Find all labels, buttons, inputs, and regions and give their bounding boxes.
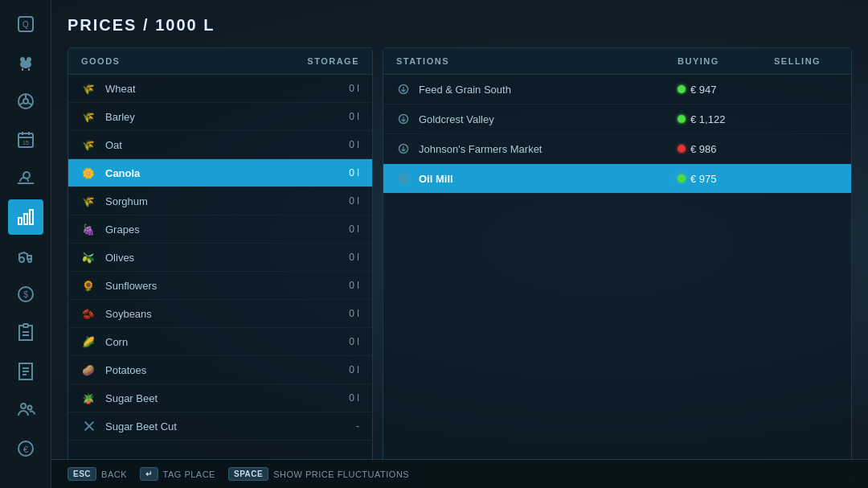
svg-rect-20: [30, 210, 33, 224]
goods-storage-8: 0 l: [335, 308, 359, 319]
panels: GOODS STORAGE 🌾 Wheat 0 l 🌾 Barley 0 l 🌾…: [68, 47, 852, 480]
goods-name-10: Potatoes: [105, 364, 335, 376]
goods-name-3: Canola: [105, 167, 335, 179]
col-station-header: STATIONS: [396, 56, 678, 66]
goods-storage-4: 0 l: [335, 195, 359, 207]
goods-name-6: Olives: [105, 252, 335, 264]
station-icon-2: [396, 141, 411, 156]
svg-text:🌻: 🌻: [82, 280, 95, 293]
svg-text:€: €: [23, 445, 27, 454]
goods-storage-11: 0 l: [335, 392, 359, 404]
goods-icon-8: 🫘: [81, 306, 97, 322]
goods-panel: GOODS STORAGE 🌾 Wheat 0 l 🌾 Barley 0 l 🌾…: [68, 47, 373, 480]
goods-icon-1: 🌾: [81, 109, 97, 125]
station-row[interactable]: Johnson's Farmers Market € 986: [383, 134, 851, 164]
station-status-dot-2: [678, 145, 686, 153]
svg-text:🌾: 🌾: [82, 111, 95, 124]
station-price-0: € 947: [690, 84, 717, 96]
goods-icon-2: 🌾: [81, 137, 97, 153]
esc-back-button[interactable]: ESC BACK: [68, 467, 127, 481]
goods-name-7: Sunflowers: [105, 280, 335, 292]
sidebar-item-notebook[interactable]: [8, 354, 43, 389]
station-icon-0: [396, 82, 411, 96]
sidebar-item-multiplayer[interactable]: [8, 392, 43, 428]
goods-name-5: Grapes: [105, 223, 335, 236]
station-row[interactable]: Goldcrest Valley € 1,122: [383, 105, 851, 134]
goods-row[interactable]: 🌼 Canola 0 l: [68, 159, 372, 187]
goods-row[interactable]: 🥔 Potatoes 0 l: [68, 356, 372, 384]
sidebar-item-tractor[interactable]: [8, 238, 43, 273]
goods-row[interactable]: 🌻 Sunflowers 0 l: [68, 272, 372, 300]
station-row[interactable]: Feed & Grain South € 947: [383, 75, 851, 105]
goods-row[interactable]: 🪴 Sugar Beet 0 l: [68, 384, 372, 412]
station-buying-1: € 1,122: [678, 113, 774, 125]
svg-text:🌾: 🌾: [82, 195, 95, 208]
sidebar-item-euro[interactable]: €: [8, 431, 43, 466]
stations-header: STATIONS BUYING SELLING: [383, 48, 851, 75]
sidebar-item-weather[interactable]: [8, 161, 43, 196]
svg-text:🌾: 🌾: [82, 83, 95, 96]
goods-icon-11: 🪴: [81, 390, 97, 406]
space-fluctuations-button[interactable]: SPACE SHOW PRICE FLUCTUATIONS: [228, 467, 409, 481]
goods-row[interactable]: 🫘 Soybeans 0 l: [68, 300, 372, 328]
goods-storage-10: 0 l: [335, 364, 359, 375]
goods-row[interactable]: Sugar Beet Cut -: [68, 412, 372, 441]
sidebar-item-contracts[interactable]: [8, 315, 43, 351]
goods-icon-7: 🌻: [81, 277, 97, 293]
sidebar-item-finances[interactable]: $: [8, 277, 43, 312]
sidebar: Q: [0, 0, 51, 488]
svg-rect-18: [18, 218, 22, 224]
goods-name-11: Sugar Beet: [105, 392, 335, 404]
tag-place-button[interactable]: ↵ TAG PLACE: [140, 467, 215, 481]
goods-storage-7: 0 l: [335, 280, 359, 291]
station-status-dot-0: [678, 85, 686, 93]
goods-storage-3: 0 l: [335, 167, 359, 178]
station-name-2: Johnson's Farmers Market: [419, 143, 678, 155]
station-icon-3: [396, 171, 411, 186]
svg-text:🪴: 🪴: [82, 392, 95, 405]
svg-point-31: [21, 404, 26, 408]
station-icon-1: [396, 112, 411, 126]
fluctuations-label: SHOW PRICE FLUCTUATIONS: [273, 470, 409, 479]
col-buying-header: BUYING: [678, 56, 774, 66]
page-title: PRICES / 1000 L: [68, 16, 852, 35]
goods-name-9: Corn: [105, 336, 335, 348]
goods-row[interactable]: 🍇 Grapes 0 l: [68, 215, 372, 244]
goods-row[interactable]: 🌾 Oat 0 l: [68, 131, 372, 159]
goods-icon-4: 🌾: [81, 193, 97, 209]
svg-rect-25: [23, 324, 28, 327]
svg-point-32: [27, 406, 31, 410]
goods-row[interactable]: 🫒 Olives 0 l: [68, 244, 372, 272]
goods-name-0: Wheat: [105, 83, 335, 95]
station-name-0: Feed & Grain South: [419, 84, 678, 96]
svg-point-8: [23, 99, 28, 104]
sidebar-item-stats[interactable]: [8, 199, 43, 235]
svg-text:🍇: 🍇: [82, 223, 95, 236]
goods-storage-1: 0 l: [335, 111, 359, 122]
goods-name-4: Sorghum: [105, 195, 335, 207]
col-selling-header: SELLING: [774, 56, 838, 66]
goods-row[interactable]: 🌾 Barley 0 l: [68, 103, 372, 131]
goods-row[interactable]: 🌽 Corn 0 l: [68, 328, 372, 356]
svg-text:Q: Q: [23, 20, 29, 29]
svg-point-3: [20, 57, 25, 62]
goods-row[interactable]: 🌾 Wheat 0 l: [68, 75, 372, 103]
svg-text:🫒: 🫒: [82, 252, 95, 265]
station-buying-3: € 975: [678, 173, 774, 185]
svg-rect-19: [24, 214, 27, 224]
station-row[interactable]: Oil Mill € 975: [383, 164, 851, 194]
sidebar-item-calendar[interactable]: 15: [8, 122, 43, 158]
stations-panel: STATIONS BUYING SELLING Feed & Grain Sou…: [383, 47, 852, 480]
svg-text:🥔: 🥔: [82, 364, 95, 377]
sidebar-item-steering[interactable]: [8, 84, 43, 119]
svg-text:15: 15: [23, 140, 29, 146]
sidebar-item-livestock[interactable]: [8, 45, 43, 80]
goods-storage-9: 0 l: [335, 336, 359, 347]
goods-storage-12: -: [335, 420, 359, 432]
goods-row[interactable]: 🌾 Sorghum 0 l: [68, 187, 372, 215]
sidebar-item-q[interactable]: Q: [8, 6, 43, 42]
goods-icon-0: 🌾: [81, 80, 97, 96]
svg-text:🫘: 🫘: [82, 308, 95, 321]
station-status-dot-1: [678, 115, 686, 123]
station-status-dot-3: [678, 174, 686, 182]
